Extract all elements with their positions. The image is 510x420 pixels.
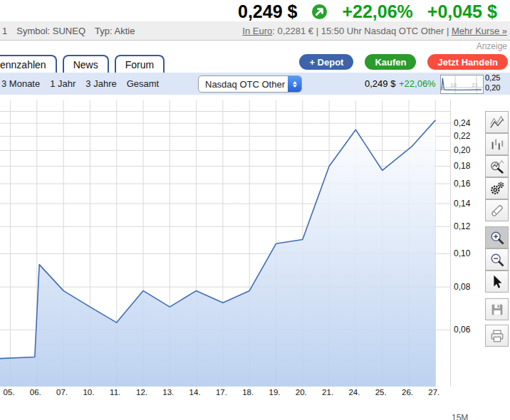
mini-chart-x-label: 18: [450, 82, 457, 88]
kaufen-button[interactable]: Kaufen: [365, 54, 416, 70]
mini-chart[interactable]: 1821: [440, 75, 484, 94]
symbol-info-bar: 1Symbol: SUNEQTyp: Aktie In Euro: 0,2281…: [0, 21, 510, 41]
euro-time-text: : 0,2281 € | 15:50 Uhr Nasdaq OTC Other …: [272, 26, 452, 36]
depot-button[interactable]: + Depot: [299, 54, 353, 70]
symbol-info-right: In Euro: 0,2281 € | 15:50 Uhr Nasdaq OTC…: [242, 26, 510, 36]
price-tick: 0,20: [454, 145, 470, 155]
jetzt-handeln-button[interactable]: Jetzt Handeln: [427, 54, 508, 70]
tabs: ennzahlenNewsForum: [0, 55, 165, 73]
tool-zoom-out-button[interactable]: [485, 248, 509, 271]
select-chevrons-icon: [288, 76, 301, 92]
in-euro-link[interactable]: In Euro: [242, 26, 272, 36]
date-tick: 05.: [0, 388, 19, 397]
tool-print-chart-button[interactable]: [485, 325, 509, 347]
price-tick: 0,14: [454, 199, 470, 209]
price-tick: 0,06: [454, 325, 470, 335]
range-gesamt[interactable]: Gesamt: [127, 78, 160, 89]
date-tick: 18.: [239, 388, 257, 397]
date-tick: 24.: [345, 388, 363, 397]
range-3-monate[interactable]: 3 Monate: [1, 78, 40, 89]
action-buttons: + DepotKaufenJetzt Handeln: [299, 54, 508, 70]
toolbar-price: 0,249 $: [365, 78, 395, 89]
tool-draw-tool-button[interactable]: [485, 199, 509, 221]
range-3-jahre[interactable]: 3 Jahre: [85, 78, 116, 89]
wkn-fragment: 1: [2, 26, 7, 36]
tool-cursor-tool-button[interactable]: [485, 271, 509, 293]
date-tick: 12.: [132, 388, 151, 397]
date-tick: 06.: [26, 388, 45, 397]
price-tick: 0,10: [454, 248, 470, 258]
tab-news[interactable]: News: [63, 55, 109, 73]
tool-chart-settings-button[interactable]: [485, 177, 509, 199]
symbol-suneq: Symbol: SUNEQ: [16, 26, 85, 36]
date-tick: 07.: [53, 388, 71, 397]
volume-axis-label: 15M: [452, 413, 468, 420]
save-chart-icon: [489, 302, 505, 317]
tab-forum[interactable]: Forum: [115, 55, 165, 73]
date-tick: 17.: [212, 388, 231, 397]
print-chart-icon: [489, 328, 505, 344]
zoom-out-icon: [489, 252, 505, 268]
date-tick: 13.: [159, 388, 177, 397]
date-tick: 21.: [318, 388, 337, 397]
toolbar-change-percent: +22,06%: [399, 78, 436, 89]
typ-aktie: Typ: Aktie: [95, 26, 135, 36]
price-value: 0,249 $: [238, 1, 297, 22]
main-chart[interactable]: [0, 100, 451, 387]
chart-settings-icon: [489, 181, 505, 196]
cursor-tool-icon: [489, 274, 505, 290]
change-absolute: +0,045 $: [427, 1, 497, 22]
trend-up-circle-icon: [311, 4, 328, 20]
price-tick: 0,12: [454, 221, 470, 231]
price-tick: 0,08: [454, 282, 470, 292]
mini-chart-y-bottom: 0,20: [485, 83, 500, 92]
price-tick: 0,18: [454, 161, 470, 171]
draw-tool-icon: [489, 203, 505, 219]
date-tick: 19.: [266, 388, 284, 397]
chart-type-line-icon: [489, 115, 505, 130]
zoom-in-icon: [489, 230, 505, 246]
mini-chart-y-top: 0,25: [485, 73, 500, 82]
range-links: 3 Monate1 Jahr3 JahreGesamt: [1, 73, 159, 95]
chart-axis-border: [450, 100, 451, 387]
ad-label: Anzeige: [477, 41, 507, 51]
exchange-select-value: Nasdaq OTC Other: [199, 79, 285, 90]
chart-type-bars-icon: [489, 137, 505, 152]
date-tick: 27.: [425, 388, 443, 397]
date-tick: 14.: [186, 388, 204, 397]
date-tick: 25.: [372, 388, 390, 397]
tool-chart-type-bars-button[interactable]: [485, 133, 509, 155]
price-tick: 0,22: [454, 131, 470, 141]
tab-bar: ennzahlenNewsForum + DepotKaufenJetzt Ha…: [0, 52, 510, 74]
tool-zoom-overview-button[interactable]: [485, 155, 509, 177]
date-tick: 26.: [398, 388, 417, 397]
price-tick: 0,16: [454, 179, 470, 189]
change-percent: +22,06%: [342, 1, 412, 22]
exchange-select[interactable]: Nasdaq OTC Other: [198, 75, 302, 93]
more-quotes-link[interactable]: Mehr Kurse »: [452, 26, 507, 36]
quote-header: 0,249 $ +22,06% +0,045 $: [238, 1, 497, 22]
tool-chart-type-line-button[interactable]: [485, 111, 509, 133]
zoom-overview-icon: [489, 159, 505, 174]
symbol-info-left: 1Symbol: SUNEQTyp: Aktie: [0, 26, 135, 36]
mini-chart-x-label: 21: [472, 82, 478, 88]
date-tick: 11.: [106, 388, 125, 397]
tool-zoom-in-button[interactable]: [485, 226, 509, 248]
date-tick: 10.: [79, 388, 98, 397]
range-1-jahr[interactable]: 1 Jahr: [50, 78, 76, 89]
price-tick: 0,24: [454, 118, 470, 128]
tool-save-chart-button[interactable]: [485, 298, 509, 320]
tab-ennzahlen[interactable]: ennzahlen: [0, 55, 57, 73]
chart-toolbar: 3 Monate1 Jahr3 JahreGesamt Nasdaq OTC O…: [0, 73, 510, 95]
date-tick: 20.: [292, 388, 311, 397]
